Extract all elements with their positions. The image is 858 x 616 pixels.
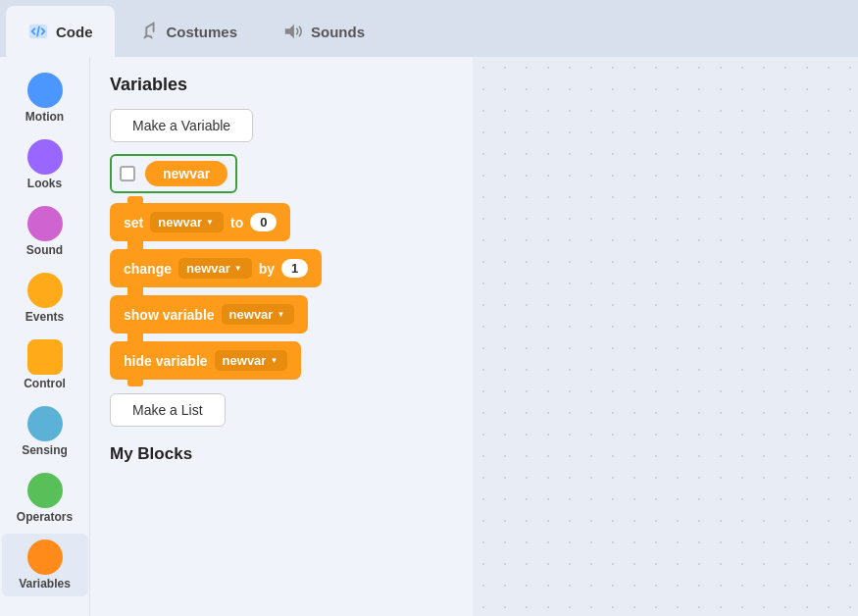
speaker-icon: [282, 21, 304, 42]
content-panel: Variables Make a Variable newvar set new…: [90, 57, 473, 616]
block-change-by: by: [259, 261, 275, 277]
tab-code[interactable]: Code: [6, 6, 115, 57]
sidebar-item-control[interactable]: Control: [2, 334, 88, 396]
tab-code-label: Code: [56, 24, 93, 40]
sidebar: Motion Looks Sound Events Control Sensin…: [0, 57, 90, 616]
sidebar-label-motion: Motion: [25, 110, 64, 124]
sidebar-label-variables: Variables: [19, 577, 71, 590]
sidebar-item-sound[interactable]: Sound: [2, 200, 88, 263]
block-hide-word: hide variable: [124, 353, 208, 369]
workspace: [473, 57, 858, 616]
main-area: Motion Looks Sound Events Control Sensin…: [0, 57, 858, 616]
sidebar-label-looks: Looks: [27, 177, 62, 190]
variable-checkbox[interactable]: [120, 166, 135, 181]
block-show-dropdown[interactable]: newvar: [222, 304, 295, 325]
sidebar-label-sensing: Sensing: [22, 443, 68, 457]
block-set-value: 0: [250, 213, 277, 231]
tab-costumes[interactable]: Costumes: [117, 6, 260, 57]
sensing-dot: [27, 406, 63, 441]
code-icon: [27, 21, 49, 42]
block-change-word: change: [124, 261, 172, 277]
make-list-button[interactable]: Make a List: [110, 393, 226, 427]
sidebar-item-operators[interactable]: Operators: [2, 467, 88, 530]
block-show[interactable]: show variable newvar: [110, 295, 308, 334]
events-dot: [27, 273, 63, 308]
sidebar-label-sound: Sound: [26, 243, 63, 257]
motion-dot: [27, 73, 63, 108]
block-set-to: to: [230, 215, 243, 231]
sound-dot: [27, 206, 63, 241]
tab-sounds[interactable]: Sounds: [261, 6, 386, 57]
block-show-word: show variable: [124, 307, 215, 323]
sidebar-item-variables[interactable]: Variables: [2, 534, 88, 596]
block-change-value: 1: [281, 259, 308, 278]
block-change-dropdown[interactable]: newvar: [178, 258, 252, 279]
sidebar-label-control: Control: [24, 377, 66, 390]
block-hide[interactable]: hide variable newvar: [110, 341, 301, 380]
looks-dot: [27, 139, 63, 175]
block-change[interactable]: change newvar by 1: [110, 249, 322, 287]
make-variable-button[interactable]: Make a Variable: [110, 109, 253, 142]
svg-marker-1: [285, 25, 294, 39]
sidebar-label-operators: Operators: [17, 510, 73, 524]
sidebar-label-events: Events: [25, 310, 64, 324]
block-set[interactable]: set newvar to 0: [110, 203, 290, 241]
sidebar-item-events[interactable]: Events: [2, 267, 88, 330]
control-dot: [27, 339, 63, 375]
operators-dot: [27, 473, 63, 508]
section-title-variables: Variables: [110, 75, 453, 95]
sidebar-item-motion[interactable]: Motion: [2, 67, 88, 129]
block-set-word: set: [124, 215, 143, 231]
variable-display-row: newvar: [110, 154, 237, 193]
block-set-dropdown[interactable]: newvar: [150, 212, 224, 232]
variables-dot: [27, 539, 63, 575]
tab-sounds-label: Sounds: [311, 24, 365, 40]
block-hide-dropdown[interactable]: newvar: [215, 350, 288, 371]
sidebar-item-looks[interactable]: Looks: [2, 133, 88, 196]
my-blocks-title: My Blocks: [110, 444, 453, 464]
variable-pill[interactable]: newvar: [145, 161, 227, 186]
sidebar-item-sensing[interactable]: Sensing: [2, 400, 88, 463]
tab-bar: Code Costumes Sounds: [0, 0, 858, 57]
brush-icon: [138, 21, 160, 42]
tab-costumes-label: Costumes: [167, 24, 238, 40]
